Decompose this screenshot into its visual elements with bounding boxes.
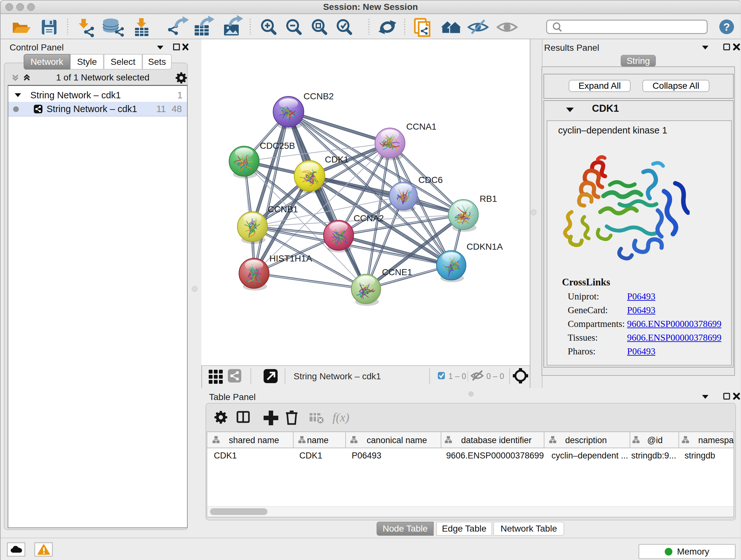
svg-text:CCNB1: CCNB1 (268, 204, 298, 214)
svg-text:1 – 0: 1 – 0 (448, 372, 466, 381)
svg-text:f(x): f(x) (333, 411, 349, 424)
svg-text:database identifier: database identifier (461, 435, 532, 445)
svg-text:CDC25B: CDC25B (260, 141, 295, 151)
svg-text:namespac: namespac (698, 435, 734, 445)
svg-text:P06493: P06493 (352, 451, 381, 460)
svg-text:stringdb:9...: stringdb:9... (631, 451, 676, 460)
svg-text:name: name (307, 435, 329, 445)
svg-text:String Network – cdk1: String Network – cdk1 (293, 371, 381, 381)
svg-text:CCNB2: CCNB2 (304, 91, 334, 101)
svg-text:?: ? (724, 21, 730, 33)
svg-text:@id: @id (647, 435, 663, 445)
svg-text:CCNA1: CCNA1 (406, 122, 436, 132)
svg-text:CDK1: CDK1 (325, 154, 349, 165)
svg-text:canonical name: canonical name (367, 435, 427, 445)
svg-text:cyclin–dependent ...: cyclin–dependent ... (551, 451, 628, 460)
svg-text:CCNA2: CCNA2 (354, 213, 384, 223)
svg-text:CDK1: CDK1 (299, 451, 322, 460)
svg-text:CDC6: CDC6 (418, 175, 443, 185)
svg-text:0 – 0: 0 – 0 (486, 372, 504, 381)
svg-text:HIST1H1A: HIST1H1A (269, 253, 312, 263)
svg-text:CDKN1A: CDKN1A (467, 242, 503, 252)
svg-text:RB1: RB1 (480, 194, 497, 204)
svg-text:stringdb: stringdb (684, 451, 715, 460)
svg-text:9606.ENSP00000378699: 9606.ENSP00000378699 (446, 451, 544, 460)
svg-text:description: description (565, 435, 607, 445)
svg-text:CDK1: CDK1 (214, 451, 237, 460)
svg-text:shared name: shared name (229, 435, 279, 445)
svg-text:CCNE1: CCNE1 (382, 267, 412, 277)
